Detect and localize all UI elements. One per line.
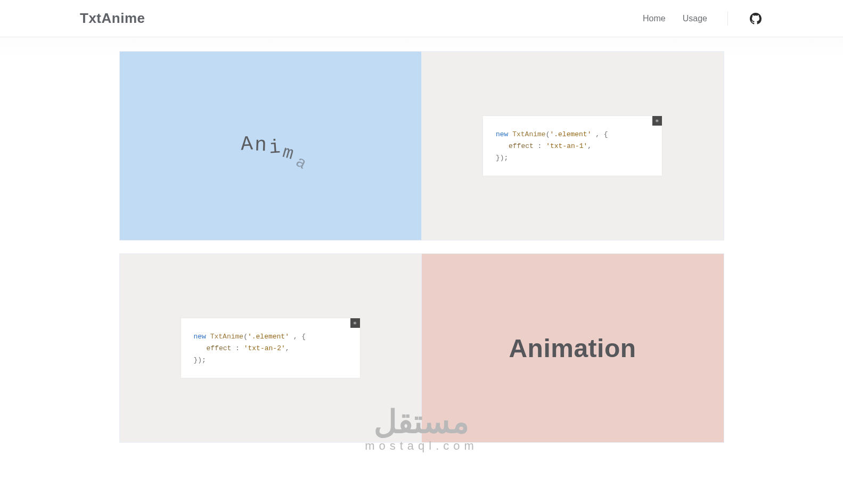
code-token: , (285, 344, 290, 352)
code-token: 'txt-an-2' (244, 344, 285, 352)
code-line: new TxtAnime('.element' , { (496, 129, 649, 141)
example-2-demo-text: Animation (509, 334, 636, 363)
example-2: ✳ new TxtAnime('.element' , { effect : '… (119, 253, 724, 443)
code-token: 'txt-an-1' (546, 142, 587, 150)
site-header: TxtAnime Home Usage (0, 0, 843, 37)
code-line: }); (194, 354, 347, 366)
code-token: }); (496, 154, 508, 162)
code-token: '.element' (550, 130, 591, 138)
example-1-code-card: ✳ new TxtAnime('.element' , { effect : '… (483, 116, 662, 176)
main-nav: Home Usage (643, 11, 763, 26)
code-token: , (587, 142, 592, 150)
code-token: TxtAnime (512, 130, 545, 138)
code-token: '.element' (248, 333, 289, 341)
code-token: new (496, 130, 508, 138)
code-line: new TxtAnime('.element' , { (194, 331, 347, 343)
example-1-code-pane: ✳ new TxtAnime('.element' , { effect : '… (422, 52, 724, 240)
github-link[interactable] (748, 11, 763, 26)
code-line: effect : 'txt-an-1', (496, 141, 649, 152)
github-icon (750, 13, 762, 24)
copy-icon[interactable]: ✳ (652, 116, 662, 126)
nav-divider (727, 12, 728, 26)
copy-icon[interactable]: ✳ (350, 318, 360, 328)
code-token: , { (591, 130, 608, 138)
code-token: effect (509, 142, 534, 150)
page-body: Anima ✳ new TxtAnime('.element' , { effe… (0, 37, 843, 504)
nav-home[interactable]: Home (643, 14, 666, 23)
code-token: }); (194, 356, 206, 364)
demo-letter: i (268, 136, 282, 159)
demo-letter: n (254, 133, 268, 156)
example-2-demo-pane: Animation (422, 254, 724, 442)
code-token: new (194, 333, 206, 341)
code-token: TxtAnime (210, 333, 243, 341)
code-token: : (231, 344, 243, 352)
code-token: effect (207, 344, 232, 352)
site-logo[interactable]: TxtAnime (80, 10, 145, 27)
demo-letter: a (292, 153, 310, 173)
code-line: effect : 'txt-an-2', (194, 343, 347, 354)
example-1: Anima ✳ new TxtAnime('.element' , { effe… (119, 51, 724, 241)
code-token: , { (289, 333, 306, 341)
example-2-code-pane: ✳ new TxtAnime('.element' , { effect : '… (120, 254, 422, 442)
code-token: : (534, 142, 546, 150)
demo-letter: m (281, 142, 297, 164)
example-1-demo-text: Anima (240, 135, 301, 158)
example-1-demo-pane: Anima (120, 52, 422, 240)
demo-letter: A (240, 132, 255, 155)
example-2-code-card: ✳ new TxtAnime('.element' , { effect : '… (181, 318, 360, 378)
nav-usage[interactable]: Usage (683, 14, 707, 23)
code-token: ( (243, 333, 248, 341)
code-line: }); (496, 152, 649, 164)
